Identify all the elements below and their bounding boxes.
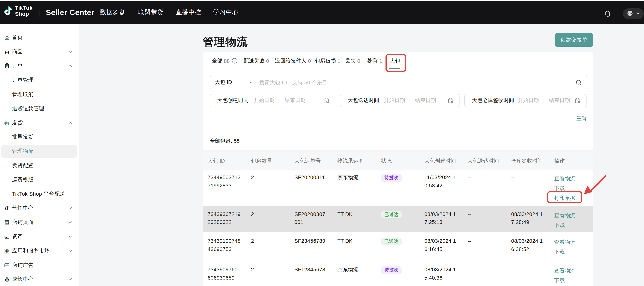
- view-logistics-link[interactable]: 查看物流: [554, 237, 575, 247]
- chevron-down-icon: [68, 234, 72, 239]
- apps-grid-icon: [4, 248, 10, 254]
- col-carrier: 物流承运商: [338, 152, 364, 170]
- filter-warehouse-signed-time[interactable]: 大包仓库签收时间 开始日期 - 结束日期: [464, 94, 587, 107]
- chevron-down-icon: [68, 220, 72, 225]
- search-input[interactable]: [259, 79, 572, 85]
- reset-link[interactable]: 重置: [576, 115, 587, 122]
- sidebar-item-orders[interactable]: 订单: [0, 59, 79, 73]
- create-handover-button[interactable]: 创建交接单: [555, 33, 593, 47]
- chevron-down-icon: [249, 80, 253, 84]
- status-badge: 待揽收: [381, 174, 402, 182]
- sidebar-item-shop-pages[interactable]: 店铺页面: [0, 215, 79, 230]
- col-package-id: 大包 ID: [208, 152, 225, 170]
- sidebar: 首页 商品 订单 订单管理 管理取消 退货退款管理: [0, 24, 79, 286]
- sidebar-item-home[interactable]: 首页: [0, 31, 79, 45]
- tab-disposal[interactable]: 处置1: [367, 52, 382, 70]
- chevron-down-icon: [68, 50, 72, 54]
- date-filters: 大包创建时间 开始日期 - 结束日期 大包送达时间 开始日期 - 结束日期 大包…: [210, 94, 587, 107]
- filter-package-created-time[interactable]: 大包创建时间 开始日期 - 结束日期: [210, 94, 335, 107]
- tab-package-damaged[interactable]: 包裹破损1: [315, 52, 340, 70]
- status-tabs: 全部88 ? 配送失败0 退回给发件人0 包裹破损1 丢失0 处置1 大包: [203, 52, 593, 70]
- sidebar-item-order-management[interactable]: 订单管理: [0, 73, 79, 87]
- topbar-divider: [39, 10, 40, 17]
- status-badge: 已送达: [381, 211, 402, 218]
- sidebar-item-manage-cancellations[interactable]: 管理取消: [0, 87, 79, 102]
- marketing-megaphone-icon: [4, 205, 10, 211]
- tiktok-shop-wordmark: TikTok Shop: [15, 5, 32, 17]
- tiktok-logo-icon: [4, 6, 13, 17]
- download-link[interactable]: 下载: [554, 183, 565, 193]
- calendar-clock-icon: [324, 98, 329, 103]
- growth-medal-icon: [4, 276, 10, 282]
- sidebar-item-app-service-market[interactable]: 应用和服务市场: [0, 244, 79, 258]
- help-circle-icon[interactable]: ?: [232, 58, 238, 64]
- col-waybill-number: 大包运单号: [294, 152, 321, 170]
- download-link[interactable]: 下载: [554, 220, 565, 230]
- status-badge: 待揽收: [381, 266, 402, 274]
- chevron-down-icon: [68, 277, 72, 282]
- sidebar-item-manage-logistics[interactable]: 管理物流: [0, 144, 79, 159]
- chevron-down-icon: [68, 206, 72, 211]
- print-document-link[interactable]: 打印单据: [554, 193, 575, 203]
- svg-text:?: ?: [234, 59, 236, 63]
- seller-center-page: TikTok Shop Seller Center 数据罗盘 联盟带货 直播中控…: [0, 0, 644, 286]
- topbar-nav-learning-center[interactable]: 学习中心: [213, 1, 239, 24]
- search-divider: [572, 80, 572, 84]
- view-logistics-link[interactable]: 查看物流: [554, 266, 575, 275]
- search-box: 大包 ID: [210, 76, 587, 89]
- sidebar-item-shipping-settings[interactable]: 发货配置: [0, 159, 79, 173]
- sidebar-item-assets[interactable]: 资产: [0, 230, 79, 244]
- sidebar-item-products[interactable]: 商品: [0, 45, 79, 59]
- filter-package-delivered-time[interactable]: 大包送达时间 开始日期 - 结束日期: [340, 94, 460, 107]
- assets-card-icon: [4, 234, 10, 239]
- search-field-select[interactable]: 大包 ID: [210, 79, 256, 86]
- storefront-icon: [4, 220, 10, 225]
- messages-menu-button[interactable]: [623, 8, 644, 19]
- view-logistics-link[interactable]: 查看物流: [554, 210, 575, 220]
- col-status: 状态: [381, 152, 392, 170]
- sidebar-item-returns-refunds[interactable]: 退货退款管理: [0, 102, 79, 116]
- sidebar-item-platform-fulfillment[interactable]: TikTok Shop 平台配送: [0, 187, 79, 201]
- tab-returned-to-sender[interactable]: 退回给发件人0: [275, 52, 311, 70]
- topbar-nav-data-compass[interactable]: 数据罗盘: [100, 1, 126, 24]
- sidebar-item-marketing-center[interactable]: 营销中心: [0, 201, 79, 215]
- table-row: 7343909760 606930689 2 SF12345678 京东物流 待…: [203, 260, 593, 286]
- search-button[interactable]: [576, 79, 587, 86]
- support-headset-icon[interactable]: [604, 10, 611, 17]
- table-row: 73449503713 71992833 2 SF20200311 京东物流 待…: [203, 170, 593, 206]
- col-actions: 操作: [554, 152, 565, 170]
- seller-center-title[interactable]: Seller Center: [46, 1, 94, 24]
- download-link[interactable]: 下载: [554, 247, 565, 257]
- tab-all[interactable]: 全部88 ?: [212, 52, 238, 70]
- shipping-truck-icon: [4, 120, 10, 126]
- chevron-down-icon: [68, 249, 72, 253]
- download-link[interactable]: 下载: [554, 275, 565, 285]
- chevron-down-icon: [636, 12, 640, 16]
- sidebar-item-shipping[interactable]: 发货: [0, 116, 79, 130]
- orders-clipboard-icon: [4, 63, 10, 69]
- print-document-link[interactable]: 打印单据: [554, 285, 575, 286]
- tab-lost[interactable]: 丢失0: [345, 52, 360, 70]
- active-tab-underline: [389, 68, 400, 69]
- topbar: TikTok Shop Seller Center 数据罗盘 联盟带货 直播中控…: [0, 0, 644, 24]
- table-row: 73439190748 43690753 2 SF23456789 TT DK …: [203, 232, 593, 260]
- chevron-up-icon: [68, 64, 72, 68]
- home-icon: [4, 35, 10, 41]
- filters-card: 全部88 ? 配送失败0 退回给发件人0 包裹破损1 丢失0 处置1 大包 大包…: [203, 52, 593, 150]
- topbar-nav-live-console[interactable]: 直播中控: [176, 1, 201, 24]
- product-bag-icon: [4, 49, 10, 55]
- svg-text:AD: AD: [5, 264, 9, 267]
- chevron-up-icon: [68, 121, 72, 125]
- sidebar-item-shipping-templates[interactable]: 运费模版: [0, 173, 79, 187]
- sidebar-item-bulk-shipping[interactable]: 批量发货: [0, 130, 79, 144]
- sidebar-item-shop-ads[interactable]: AD 店铺广告: [0, 258, 79, 272]
- sidebar-item-growth-center[interactable]: 成长中心: [0, 272, 79, 286]
- search-icon: [576, 79, 582, 86]
- topbar-nav-affiliate[interactable]: 联盟带货: [138, 1, 164, 24]
- tab-big-package[interactable]: 大包: [390, 52, 400, 70]
- col-package-qty: 包裹数量: [251, 152, 272, 170]
- view-logistics-link[interactable]: 查看物流: [554, 174, 575, 183]
- tiktok-shop-logo[interactable]: TikTok Shop: [4, 5, 32, 17]
- calendar-clock-icon: [448, 98, 454, 103]
- tab-delivery-failed[interactable]: 配送失败0: [244, 52, 269, 70]
